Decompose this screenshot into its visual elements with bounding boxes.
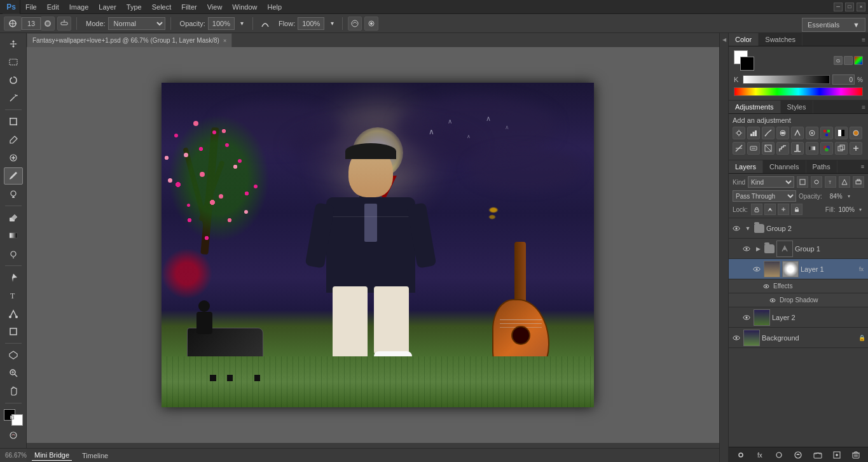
effects-vis-btn[interactable] [762, 282, 771, 291]
menu-select[interactable]: Select [147, 2, 177, 12]
tool-hand[interactable] [4, 383, 23, 400]
fill-dropdown[interactable]: ▾ [857, 206, 864, 213]
tool-path-select[interactable] [4, 305, 23, 321]
kind-filter-pixel[interactable] [797, 176, 808, 188]
tool-3d[interactable] [4, 347, 23, 363]
flow-input[interactable]: 100% [298, 17, 324, 30]
adj-vibrance[interactable] [791, 127, 804, 139]
tab-layers[interactable]: Layers [729, 160, 763, 173]
color-spectrum-bar[interactable] [734, 87, 863, 96]
lock-image-btn[interactable] [764, 204, 776, 215]
minimize-btn[interactable]: ─ [834, 3, 843, 11]
tool-eraser[interactable] [4, 209, 23, 226]
layer-delete-btn[interactable] [850, 449, 862, 461]
adj-extra[interactable] [850, 142, 862, 155]
timeline-tab[interactable]: Timeline [79, 451, 111, 461]
layer-vis-layer2[interactable] [741, 312, 752, 323]
close-btn[interactable]: × [857, 3, 865, 11]
layer-new-btn[interactable] [830, 449, 843, 461]
flow-jitter-btn[interactable]: ▾ [327, 17, 337, 31]
adj-brightness[interactable] [733, 127, 745, 139]
tool-shape[interactable] [4, 323, 23, 340]
adj-threshold[interactable] [791, 142, 804, 155]
adj-clone2[interactable] [835, 142, 848, 155]
layer-mask-btn[interactable] [773, 449, 785, 461]
layer-row-background[interactable]: Background 🔒 [729, 328, 868, 348]
tab-color[interactable]: Color [729, 33, 759, 46]
collapse-icon[interactable]: ◀ [720, 36, 728, 43]
menu-edit[interactable]: Edit [42, 2, 64, 12]
document-tab-close[interactable]: × [223, 38, 226, 44]
layers-panel-collapse[interactable]: ≡ [857, 161, 868, 172]
layer-row-layer1[interactable]: Layer 1 fx [729, 259, 868, 279]
tablet-pressure-btn[interactable] [364, 17, 378, 31]
swap-colors-btn[interactable]: ⇄ [10, 416, 14, 419]
adj-photofilter[interactable] [850, 127, 862, 139]
mini-bridge-tab[interactable]: Mini Bridge [32, 450, 72, 461]
adj-levels[interactable] [747, 127, 760, 139]
tool-move[interactable] [4, 36, 23, 52]
tab-styles[interactable]: Styles [781, 101, 813, 113]
layer-vis-group1[interactable] [741, 244, 752, 254]
tool-pen[interactable] [4, 269, 23, 286]
menu-filter[interactable]: Filter [176, 2, 202, 12]
document-tab[interactable]: Fantasy+wallpaper+love+1.psd @ 66.7% (Gr… [27, 33, 232, 47]
tool-clone[interactable] [4, 186, 23, 202]
color-mode-grayscale[interactable]: G [834, 56, 843, 65]
mode-select[interactable]: Normal [108, 17, 165, 30]
fg-bg-picker[interactable] [734, 50, 754, 71]
tab-adjustments[interactable]: Adjustments [729, 101, 781, 113]
brush-hardness-btn[interactable] [41, 17, 55, 31]
k-value-input[interactable]: 0 [832, 74, 855, 85]
adj-exposure[interactable] [776, 127, 789, 139]
tool-marquee[interactable] [4, 53, 23, 70]
menu-view[interactable]: View [202, 2, 228, 12]
layer1-fx-btn[interactable]: fx [857, 265, 865, 273]
layer-link-btn[interactable] [734, 449, 747, 461]
tab-paths[interactable]: Paths [806, 160, 837, 173]
adj-hsl[interactable] [806, 127, 818, 139]
canvas[interactable]: ∧ ∧ ∧ ∧ ∧ [162, 83, 594, 407]
layer-row-group2[interactable]: ▼ Group 2 [729, 218, 868, 239]
foreground-background-colors[interactable]: ⇄ [4, 409, 23, 426]
tool-lasso[interactable] [4, 72, 23, 88]
menu-help[interactable]: Help [262, 2, 287, 12]
tool-dodge[interactable] [4, 246, 23, 262]
adj-invert[interactable] [762, 142, 775, 155]
kind-filter-adj[interactable] [811, 176, 822, 188]
layer-fx-add-btn[interactable]: fx [754, 449, 766, 461]
adj-panel-options[interactable]: ≡ [859, 102, 868, 112]
tool-gradient[interactable] [4, 227, 23, 244]
color-mode-cmyk[interactable] [854, 56, 863, 65]
layer-row-layer2[interactable]: Layer 2 [729, 307, 868, 328]
adj-selectivecolor[interactable] [820, 142, 833, 155]
tool-heal[interactable] [4, 150, 23, 166]
menu-image[interactable]: Image [64, 2, 94, 12]
blend-mode-select[interactable]: Pass Through [733, 190, 796, 202]
layer-vis-background[interactable] [731, 333, 741, 343]
adj-gradientmap[interactable] [806, 142, 818, 155]
adj-channelmixer[interactable] [733, 142, 745, 155]
menu-layer[interactable]: Layer [93, 2, 121, 12]
canvas-area[interactable]: ∧ ∧ ∧ ∧ ∧ [27, 47, 728, 443]
brush-size-input[interactable]: 13 [22, 17, 41, 30]
tool-eyedropper[interactable] [4, 132, 23, 148]
lock-transparent-btn[interactable] [751, 204, 762, 215]
layer-expand-group1[interactable]: ▶ [754, 244, 762, 253]
tool-type[interactable]: T [4, 287, 23, 304]
toggle-airbrush-btn[interactable] [57, 17, 71, 31]
kind-filter-smart[interactable] [853, 176, 864, 188]
kind-select[interactable]: Kind [748, 176, 794, 188]
layer-expand-group2[interactable]: ▼ [743, 224, 752, 233]
menu-type[interactable]: Type [121, 2, 147, 12]
tab-channels[interactable]: Channels [763, 160, 806, 173]
layer-vis-layer1[interactable] [752, 264, 762, 274]
erase-to-history-btn[interactable] [348, 17, 362, 31]
lock-all-btn[interactable] [791, 204, 803, 215]
layer-vis-group2[interactable] [731, 223, 741, 234]
layer-row-group1[interactable]: ▶ Group 1 [729, 239, 868, 259]
tool-wand[interactable] [4, 90, 23, 106]
tool-brush[interactable] [4, 167, 23, 185]
tool-zoom[interactable] [4, 365, 23, 381]
adj-curves[interactable] [762, 127, 775, 139]
